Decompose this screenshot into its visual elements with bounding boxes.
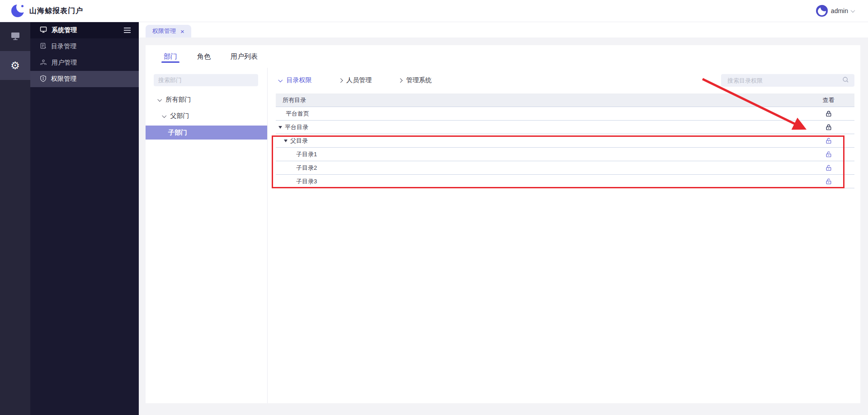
user-menu[interactable]: admin	[816, 5, 854, 17]
search-department-input[interactable]	[154, 74, 258, 86]
section-label: 目录权限	[287, 76, 312, 84]
directory-label: 子目录1	[296, 150, 317, 159]
tab-user-list[interactable]: 用户列表	[231, 45, 258, 68]
app-title: 山海鲸报表门户	[29, 6, 83, 16]
directory-label: 子目录2	[296, 164, 317, 172]
content-card: 部门角色用户列表 所有部门父部门子部门 目录权限人员管理管理系统	[146, 45, 860, 403]
rail-item-screens[interactable]	[0, 22, 30, 51]
chevron-down-icon[interactable]	[158, 97, 162, 101]
lock-open-icon[interactable]	[802, 137, 854, 145]
lock-open-icon[interactable]	[802, 151, 854, 158]
search-permission-box	[721, 74, 854, 87]
table-row[interactable]: 子目录3	[276, 175, 854, 188]
search-permission-input[interactable]	[726, 77, 842, 84]
tree-node-label: 父部门	[170, 112, 189, 120]
menu-collapse-icon[interactable]	[124, 28, 131, 33]
screen-icon	[40, 26, 47, 34]
chevron-right-icon	[398, 78, 402, 82]
topbar: 山海鲸报表门户 admin	[0, 0, 868, 22]
document-icon	[40, 42, 47, 51]
tab-label: 用户列表	[231, 52, 258, 61]
chevron-down-icon	[278, 78, 283, 82]
shield-icon	[40, 75, 47, 84]
directory-label: 平台目录	[285, 123, 308, 131]
gear-icon: ⚙	[10, 61, 20, 71]
table-header-directories: 所有目录	[276, 96, 306, 104]
app-rail: ⚙	[0, 22, 30, 415]
table-row[interactable]: 平台首页	[276, 107, 854, 121]
chevron-down-icon	[851, 8, 855, 13]
lock-open-icon[interactable]	[802, 178, 854, 185]
table-row[interactable]: 子目录2	[276, 161, 854, 175]
caret-down-icon[interactable]	[278, 126, 282, 129]
tree-node-label: 所有部门	[166, 96, 191, 104]
tree-node[interactable]: 所有部门	[154, 92, 258, 108]
directory-label: 平台首页	[286, 110, 309, 118]
department-panel: 所有部门父部门子部门	[146, 68, 268, 403]
user-avatar	[816, 5, 828, 17]
page-tab-permission[interactable]: 权限管理 ×	[146, 25, 191, 37]
close-icon[interactable]: ×	[180, 28, 184, 35]
user-name: admin	[831, 7, 848, 14]
search-icon	[842, 76, 849, 85]
sidebar-item-label: 权限管理	[51, 75, 76, 83]
content-area: 权限管理 × 部门角色用户列表 所有部门父部门子部门 目录权限人员管理管理系统	[139, 22, 868, 415]
tabs-bar: 部门角色用户列表	[146, 45, 860, 68]
table-row[interactable]: 平台目录	[276, 121, 854, 134]
directory-label: 子目录3	[296, 177, 317, 186]
department-tree: 所有部门父部门子部门	[154, 92, 258, 140]
sidebar-header-label: 系统管理	[52, 26, 77, 34]
sidebar-item-label: 用户管理	[52, 59, 77, 67]
sidebar-item-directory-management[interactable]: 目录管理	[30, 38, 139, 55]
tree-node[interactable]: 父部门	[154, 108, 258, 124]
tab-label: 角色	[197, 52, 211, 61]
tab-label: 部门	[164, 52, 177, 61]
tree-node-label: 子部门	[168, 129, 187, 137]
section-tab-1[interactable]: 人员管理	[339, 76, 372, 84]
table-header-view: 查看	[802, 96, 854, 104]
chevron-down-icon[interactable]	[162, 113, 166, 117]
table-row[interactable]: 父目录	[276, 134, 854, 148]
page-tabstrip: 权限管理 ×	[139, 22, 868, 37]
section-label: 管理系统	[406, 76, 432, 84]
sidebar-item-user-management[interactable]: 用户管理	[30, 55, 139, 71]
lock-closed-icon[interactable]	[802, 110, 854, 117]
lock-closed-icon[interactable]	[802, 124, 854, 131]
table-header-row: 所有目录 查看	[276, 93, 854, 107]
section-label: 人员管理	[346, 76, 372, 84]
sidebar-item-permission-management[interactable]: 权限管理	[30, 71, 139, 87]
sidebar: 系统管理 目录管理用户管理权限管理	[30, 22, 139, 415]
table-row[interactable]: 子目录1	[276, 148, 854, 161]
rail-item-settings[interactable]: ⚙	[0, 51, 30, 80]
section-tab-0[interactable]: 目录权限	[279, 76, 312, 84]
chevron-right-icon	[338, 78, 342, 82]
lock-open-icon[interactable]	[802, 164, 854, 172]
monitor-icon	[10, 31, 20, 42]
page-tab-label: 权限管理	[152, 27, 176, 35]
tab-department[interactable]: 部门	[164, 45, 177, 68]
tree-node[interactable]: 子部门	[146, 126, 267, 140]
tab-role[interactable]: 角色	[197, 45, 211, 68]
permission-sections: 目录权限人员管理管理系统	[276, 74, 854, 87]
directory-label: 父目录	[290, 137, 308, 145]
permission-table: 所有目录 查看 平台首页平台目录父目录子目录1子目录2子目录3	[276, 93, 854, 188]
sidebar-header[interactable]: 系统管理	[30, 22, 139, 38]
permission-panel: 目录权限人员管理管理系统	[268, 68, 860, 403]
caret-down-icon[interactable]	[284, 140, 288, 142]
users-icon	[40, 59, 47, 67]
section-tab-2[interactable]: 管理系统	[399, 76, 432, 84]
app-logo-icon	[11, 5, 24, 17]
sidebar-item-label: 目录管理	[51, 42, 76, 51]
